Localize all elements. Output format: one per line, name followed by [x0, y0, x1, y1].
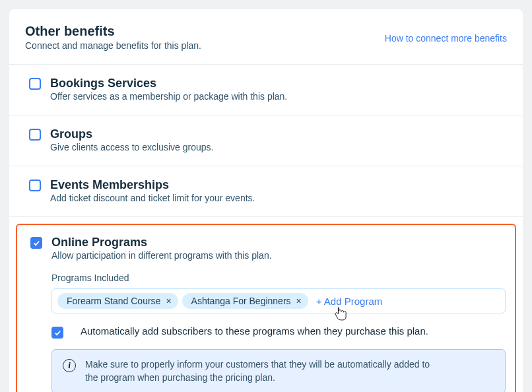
page-subtitle: Connect and manage benefits for this pla… [25, 40, 385, 51]
benefit-row-events: Events Memberships Add ticket discount a… [9, 166, 523, 216]
card-header: Other benefits Connect and manage benefi… [9, 9, 523, 64]
programs-top-row: Online Programs Allow participation in d… [30, 236, 506, 392]
program-tag: Forearm Stand Course × [57, 293, 178, 309]
events-body: Events Memberships Add ticket discount a… [50, 178, 507, 203]
info-banner: i Make sure to properly inform your cust… [51, 349, 506, 392]
programs-tag-input[interactable]: Forearm Stand Course × Ashtanga For Begi… [51, 288, 506, 313]
connect-more-benefits-link[interactable]: How to connect more benefits [385, 33, 507, 44]
groups-subtitle: Give clients access to exclusive groups. [50, 142, 507, 152]
events-subtitle: Add ticket discount and ticket limit for… [50, 193, 507, 203]
program-tag-label: Forearm Stand Course [67, 296, 160, 306]
bookings-subtitle: Offer services as a membership or packag… [50, 91, 507, 102]
programs-checkbox[interactable] [30, 237, 42, 249]
groups-title: Groups [50, 127, 507, 141]
auto-add-checkbox[interactable] [51, 327, 63, 339]
programs-included-section: Programs Included Forearm Stand Course ×… [51, 273, 506, 313]
benefit-row-programs-container: Online Programs Allow participation in d… [9, 216, 523, 392]
remove-tag-icon[interactable]: × [295, 296, 303, 306]
auto-add-row: Automatically add subscribers to these p… [51, 325, 506, 339]
programs-highlight-box: Online Programs Allow participation in d… [16, 224, 516, 392]
programs-body: Online Programs Allow participation in d… [51, 236, 506, 392]
events-checkbox[interactable] [29, 180, 41, 191]
groups-body: Groups Give clients access to exclusive … [50, 127, 507, 152]
programs-included-label: Programs Included [51, 273, 506, 283]
groups-checkbox[interactable] [29, 129, 41, 141]
events-title: Events Memberships [50, 178, 507, 192]
program-tag: Ashtanga For Beginners × [182, 293, 308, 309]
remove-tag-icon[interactable]: × [164, 296, 172, 306]
program-tag-label: Ashtanga For Beginners [191, 296, 291, 306]
bookings-body: Bookings Services Offer services as a me… [50, 77, 507, 102]
info-banner-text: Make sure to properly inform your custom… [85, 358, 435, 385]
pointer-cursor-icon [335, 306, 347, 321]
header-text-block: Other benefits Connect and manage benefi… [25, 24, 385, 51]
benefits-card: Other benefits Connect and manage benefi… [9, 9, 523, 392]
info-icon: i [63, 359, 76, 372]
bookings-title: Bookings Services [50, 77, 507, 90]
auto-add-label: Automatically add subscribers to these p… [81, 325, 428, 337]
programs-title: Online Programs [51, 236, 506, 249]
benefit-row-bookings: Bookings Services Offer services as a me… [9, 64, 523, 115]
benefit-row-groups: Groups Give clients access to exclusive … [9, 115, 523, 166]
check-icon [33, 240, 40, 247]
check-icon [54, 329, 61, 337]
add-program-button[interactable]: + Add Program [316, 296, 382, 307]
bookings-checkbox[interactable] [29, 78, 41, 90]
page-title: Other benefits [25, 24, 385, 39]
programs-subtitle: Allow participation in different program… [51, 250, 506, 261]
